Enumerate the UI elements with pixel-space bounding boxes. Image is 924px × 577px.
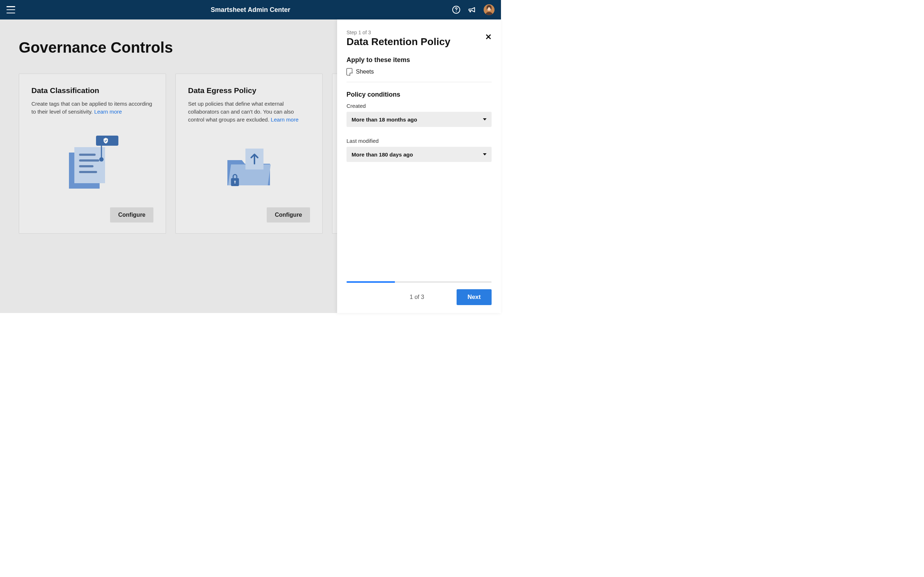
svg-rect-7 — [79, 160, 99, 161]
user-avatar[interactable] — [484, 4, 494, 15]
progress-fill — [347, 281, 395, 283]
egress-illustration — [188, 123, 310, 207]
svg-rect-15 — [234, 181, 236, 184]
card-description: Set up policies that define what externa… — [188, 100, 310, 123]
announcement-icon[interactable] — [468, 5, 477, 14]
modified-label: Last modified — [347, 138, 492, 144]
card-title: Data Classification — [31, 86, 153, 95]
card-data-egress: Data Egress Policy Set up policies that … — [175, 74, 323, 234]
top-navbar: Smartsheet Admin Center — [0, 0, 501, 19]
card-partial — [332, 74, 337, 234]
configure-button[interactable]: Configure — [267, 207, 310, 222]
svg-rect-6 — [79, 154, 96, 156]
chevron-down-icon — [483, 118, 486, 121]
svg-rect-9 — [79, 171, 97, 173]
progress-bar — [347, 281, 492, 283]
side-panel-data-retention: Step 1 of 3 Data Retention Policy ✕ Appl… — [337, 19, 501, 313]
classification-illustration — [31, 116, 153, 208]
apply-item-label: Sheets — [356, 69, 374, 75]
close-icon[interactable]: ✕ — [485, 32, 492, 42]
learn-more-link[interactable]: Learn more — [94, 108, 122, 115]
panel-title: Data Retention Policy — [347, 36, 451, 48]
card-title: Data Egress Policy — [188, 86, 310, 95]
next-button[interactable]: Next — [457, 289, 492, 305]
conditions-heading: Policy conditions — [347, 91, 492, 98]
pager-label: 1 of 3 — [410, 294, 424, 300]
chevron-down-icon — [483, 153, 486, 155]
svg-rect-8 — [79, 165, 94, 167]
help-icon[interactable] — [452, 5, 460, 14]
menu-icon[interactable] — [6, 6, 15, 13]
learn-more-link[interactable]: Learn more — [271, 116, 299, 122]
app-title: Smartsheet Admin Center — [211, 6, 290, 14]
created-select-value: More than 18 months ago — [352, 116, 417, 122]
configure-button[interactable]: Configure — [110, 207, 153, 222]
svg-point-1 — [456, 11, 457, 12]
apply-item-sheets: Sheets — [347, 68, 492, 82]
panel-footer: 1 of 3 Next — [337, 281, 501, 313]
card-data-classification: Data Classification Create tags that can… — [19, 74, 166, 234]
apply-heading: Apply to these items — [347, 56, 492, 64]
created-label: Created — [347, 103, 492, 109]
sheet-icon — [347, 68, 352, 76]
modified-select-value: More than 180 days ago — [352, 152, 413, 158]
modified-select[interactable]: More than 180 days ago — [347, 147, 492, 162]
card-description: Create tags that can be applied to items… — [31, 100, 153, 116]
created-select[interactable]: More than 18 months ago — [347, 112, 492, 127]
step-indicator: Step 1 of 3 — [347, 29, 492, 35]
